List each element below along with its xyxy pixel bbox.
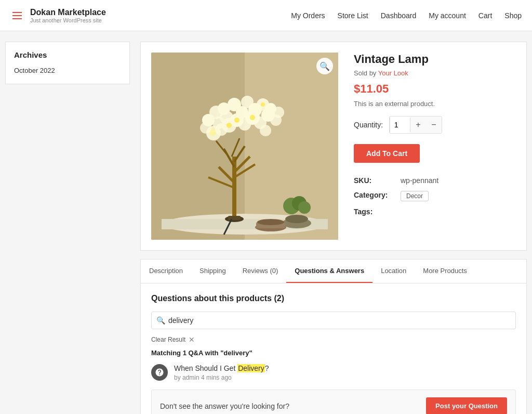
sku-row: SKU: wp-pennant: [354, 173, 516, 188]
site-header: Dokan Marketplace Just another WordPress…: [0, 0, 532, 31]
svg-point-51: [257, 219, 284, 225]
product-price: $11.05: [354, 82, 516, 96]
tab-more-products[interactable]: More Products: [415, 260, 475, 283]
add-to-cart-button[interactable]: Add To Cart: [354, 144, 420, 163]
post-question-button[interactable]: Post your Question: [426, 397, 507, 414]
archives-title: Archives: [14, 50, 121, 59]
nav-store-list[interactable]: Store List: [338, 11, 368, 20]
brand-tagline: Just another WordPress site: [30, 17, 106, 23]
qa-body: When Should I Get Delivery? by admin 4 m…: [174, 364, 516, 381]
qa-question-meta: by admin 4 mins ago: [174, 374, 516, 381]
main-nav: My Orders Store List Dashboard My accoun…: [291, 11, 522, 20]
product-image-wrap: 🔍: [151, 53, 338, 240]
nav-my-orders[interactable]: My Orders: [291, 11, 325, 20]
matching-text: Matching 1 Q&A with "delivery": [151, 349, 516, 357]
svg-rect-43: [228, 216, 241, 220]
category-label: Category:: [354, 188, 401, 204]
svg-point-48: [298, 201, 311, 214]
category-value: Decor: [401, 188, 516, 204]
clear-result-label: Clear Result: [151, 336, 185, 343]
quantity-input[interactable]: [390, 118, 410, 132]
sku-value: wp-pennant: [401, 173, 516, 188]
qa-item: When Should I Get Delivery? by admin 4 m…: [151, 364, 516, 381]
product-section: 🔍 Vintage Lamp Sold by Your Look $11.05 …: [140, 42, 527, 251]
tabs-bar: Description Shipping Reviews (0) Questio…: [141, 260, 526, 283]
product-image: [151, 53, 338, 240]
quantity-decrement[interactable]: −: [426, 117, 442, 133]
svg-point-35: [241, 96, 254, 108]
category-row: Category: Decor: [354, 188, 516, 204]
clear-result-x[interactable]: ✕: [189, 335, 195, 344]
seller-link[interactable]: Your Look: [378, 69, 408, 77]
product-title: Vintage Lamp: [354, 53, 516, 66]
svg-point-39: [250, 115, 255, 120]
tab-description[interactable]: Description: [141, 260, 191, 283]
qa-question-text: When Should I Get Delivery?: [174, 364, 516, 372]
svg-point-34: [228, 98, 241, 111]
svg-point-36: [273, 107, 284, 118]
svg-point-45: [285, 215, 308, 223]
tags-value: [401, 204, 516, 219]
qa-search-wrap: 🔍: [151, 312, 516, 329]
quantity-control: + −: [389, 116, 442, 134]
quantity-label: Quantity:: [354, 121, 383, 129]
svg-point-40: [261, 102, 265, 107]
header-left: Dokan Marketplace Just another WordPress…: [10, 7, 106, 23]
brand: Dokan Marketplace Just another WordPress…: [30, 7, 106, 23]
page-wrapper: Archives October 2022: [0, 31, 532, 414]
external-note: This is an external product.: [354, 100, 516, 108]
sidebar-october-2022[interactable]: October 2022: [14, 66, 121, 75]
brand-name: Dokan Marketplace: [30, 7, 106, 17]
quantity-row: Quantity: + −: [354, 116, 516, 134]
archives-box: Archives October 2022: [5, 42, 130, 84]
tab-location[interactable]: Location: [373, 260, 415, 283]
hamburger-icon[interactable]: [10, 10, 24, 21]
product-info: Vintage Lamp Sold by Your Look $11.05 Th…: [354, 53, 516, 240]
tab-reviews[interactable]: Reviews (0): [234, 260, 287, 283]
qa-section-title: Questions about this products (2): [151, 294, 516, 303]
no-answer-bar: Don't see the answer you're looking for?…: [151, 390, 516, 414]
no-answer-text: Don't see the answer you're looking for?: [160, 402, 289, 410]
sku-label: SKU:: [354, 173, 401, 188]
search-icon: 🔍: [156, 316, 165, 325]
question-icon: [155, 368, 164, 377]
nav-dashboard[interactable]: Dashboard: [381, 11, 417, 20]
clear-result[interactable]: Clear Result ✕: [151, 335, 516, 344]
nav-my-account[interactable]: My account: [429, 11, 466, 20]
tabs-section: Description Shipping Reviews (0) Questio…: [140, 259, 527, 414]
main-content: 🔍 Vintage Lamp Sold by Your Look $11.05 …: [140, 42, 527, 414]
product-meta-table: SKU: wp-pennant Category: Decor Tags:: [354, 173, 516, 219]
qa-search-input[interactable]: [151, 312, 516, 329]
svg-point-41: [227, 123, 232, 128]
svg-rect-1: [151, 53, 245, 240]
svg-point-37: [260, 125, 271, 136]
quantity-increment[interactable]: +: [410, 117, 426, 133]
tags-row: Tags:: [354, 204, 516, 219]
tags-label: Tags:: [354, 204, 401, 219]
tab-shipping[interactable]: Shipping: [191, 260, 234, 283]
sold-by: Sold by Your Look: [354, 69, 516, 77]
zoom-icon[interactable]: 🔍: [316, 58, 333, 74]
tab-questions-answers[interactable]: Questions & Answers: [286, 260, 373, 283]
nav-shop[interactable]: Shop: [504, 11, 522, 20]
svg-point-38: [234, 118, 240, 123]
tab-content-qa: Questions about this products (2) 🔍 Clea…: [141, 283, 526, 414]
nav-cart[interactable]: Cart: [478, 11, 492, 20]
sidebar: Archives October 2022: [5, 42, 130, 414]
qa-avatar: [151, 364, 168, 381]
